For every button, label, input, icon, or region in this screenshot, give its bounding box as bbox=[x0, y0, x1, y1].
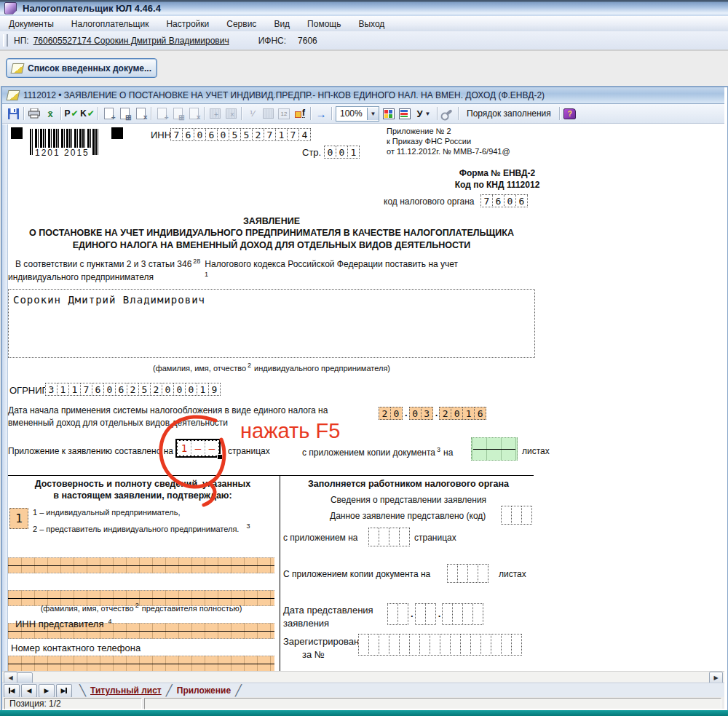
form-title-line1: ЗАЯВЛЕНИЕ bbox=[9, 216, 534, 226]
document-statusbar: Позиция: 1/2 bbox=[2, 697, 724, 709]
page-field[interactable]: 001 bbox=[325, 146, 360, 159]
go-next-icon[interactable]: → bbox=[313, 106, 329, 121]
intro-line1: В соответствии с пунктами 2 и 3 статьи 3… bbox=[15, 258, 458, 269]
tax-authority-field[interactable]: 7606 bbox=[481, 194, 528, 207]
prev-sheet-icon[interactable]: ◀ bbox=[21, 684, 37, 698]
copy-sheets-field[interactable] bbox=[471, 437, 518, 461]
sections-grid-icon[interactable] bbox=[381, 106, 397, 121]
next-sheet-icon[interactable]: ▶ bbox=[39, 684, 55, 698]
menu-documents[interactable]: Документы bbox=[0, 17, 63, 31]
submission-date-label1: Дата представления bbox=[283, 605, 373, 616]
registered-label2: за № bbox=[302, 649, 325, 660]
copy-doc-field[interactable] bbox=[448, 564, 488, 583]
tax-authority-label: код налогового органа bbox=[384, 196, 475, 207]
fill-order-button[interactable]: Порядок заполнения bbox=[461, 108, 557, 119]
submission-date-label2: заявления bbox=[283, 618, 329, 629]
sheets-label: листах bbox=[522, 446, 550, 456]
attached-pages-field[interactable] bbox=[369, 528, 410, 546]
ifns-value: 7606 bbox=[298, 36, 317, 46]
k-check-icon[interactable]: K✔ bbox=[79, 106, 95, 121]
official-subheader: Сведения о представлении заявления bbox=[283, 495, 534, 505]
form-title-line3: ЕДИНОГО НАЛОГА НА ВМЕНЕННЫЙ ДОХОД ДЛЯ ОТ… bbox=[9, 240, 534, 250]
start-date-field[interactable]: 20 . 03 . 2016 bbox=[379, 405, 486, 421]
form-area: 1201 2015 ИНН 760605527174 Стр. 001 Прил… bbox=[2, 124, 724, 671]
menu-help[interactable]: Помощь bbox=[298, 17, 349, 31]
table-divider bbox=[280, 475, 280, 671]
submission-date-field[interactable]: . . bbox=[388, 603, 483, 625]
signer-option2: 2 – представитель индивидуального предпр… bbox=[33, 522, 250, 533]
add-row-icon[interactable]: + bbox=[207, 106, 223, 121]
status-panel-empty bbox=[144, 698, 721, 709]
u-dropdown[interactable]: У▼ bbox=[413, 106, 435, 121]
first-sheet-icon[interactable]: ◀ bbox=[4, 684, 20, 698]
document-list-button[interactable]: Список введенных докуме... bbox=[6, 58, 157, 78]
ogrnip-field[interactable]: 311760625200019 bbox=[46, 383, 221, 396]
document-icon bbox=[7, 90, 20, 100]
representative-caption: (фамилия, имя, отчество2представителя по… bbox=[8, 602, 274, 613]
zoom-select[interactable]: 100% ▼ bbox=[336, 106, 379, 122]
menu-taxpayer[interactable]: Налогоплательщик bbox=[63, 17, 158, 31]
ogrnip-label: ОГРНИП bbox=[9, 385, 49, 396]
zoom-value: 100% bbox=[336, 108, 367, 119]
registration-mark bbox=[111, 127, 123, 139]
insert-sheet-icon[interactable]: ⊞ bbox=[116, 106, 132, 121]
np-label: НП: bbox=[14, 36, 29, 46]
inn-representative-label: ИНН представителя4 bbox=[15, 618, 111, 629]
horizontal-scrollbar[interactable]: ◀ ▶ bbox=[2, 671, 724, 683]
registered-label1: Зарегистрировано: bbox=[283, 636, 367, 647]
tab-title-sheet[interactable]: Титульный лист bbox=[87, 685, 165, 696]
menu-exit[interactable]: Выход bbox=[349, 17, 393, 31]
menu-settings[interactable]: Настройки bbox=[157, 17, 218, 31]
menu-service[interactable]: Сервис bbox=[218, 17, 265, 31]
entrepreneur-name-field[interactable]: Сорокин Дмитрий Владимирович bbox=[8, 289, 535, 358]
app-icon bbox=[4, 2, 17, 15]
representative-name-row[interactable] bbox=[8, 557, 274, 573]
pencil-icon bbox=[11, 63, 25, 73]
inn-field[interactable]: 760605527174 bbox=[171, 128, 311, 141]
toolbar-grip bbox=[3, 34, 8, 47]
document-window: 1112012 • ЗАЯВЛЕНИЕ О ПОСТАНОВКЕ НА УЧЕТ… bbox=[1, 86, 728, 713]
taxpayer-link[interactable]: 760605527174 Сорокин Дмитрий Владимирови… bbox=[33, 36, 229, 46]
representative-name-row[interactable] bbox=[8, 656, 274, 671]
save-icon[interactable] bbox=[5, 106, 21, 121]
excel-export-icon[interactable]: x̄ bbox=[42, 106, 58, 121]
annotation-text: нажать F5 bbox=[240, 419, 340, 443]
add-sheet-icon[interactable]: + bbox=[100, 106, 116, 121]
copy-doc-label2: листах bbox=[499, 569, 526, 579]
attached-pages-label1: с приложением на bbox=[283, 533, 357, 543]
app-titlebar: Налогоплательщик ЮЛ 4.46.4 bbox=[0, 0, 728, 16]
attached-pages-label2: страницах bbox=[414, 533, 456, 543]
inn-label: ИНН bbox=[151, 130, 171, 140]
delete-page-icon[interactable]: × bbox=[186, 106, 202, 121]
last-sheet-icon[interactable]: ▶ bbox=[56, 684, 72, 698]
table-icon[interactable] bbox=[260, 106, 276, 121]
copy-text: с приложением копии документа3на bbox=[302, 446, 453, 458]
tab-appendix[interactable]: Приложение bbox=[174, 685, 234, 696]
delete-sheet-icon[interactable]: × bbox=[132, 106, 149, 121]
help-book-icon[interactable]: ? bbox=[562, 106, 578, 121]
vertical-scrollbar[interactable] bbox=[2, 124, 8, 671]
field-format-icon[interactable]: f bbox=[292, 106, 308, 121]
zoom-dropdown-icon[interactable]: ▼ bbox=[367, 108, 379, 120]
calendar-icon[interactable]: 12 bbox=[276, 106, 292, 121]
entrepreneur-name: Сорокин Дмитрий Владимирович bbox=[9, 290, 534, 306]
recalc-icon[interactable]: ⅟ bbox=[244, 106, 260, 121]
table-top-border bbox=[8, 475, 534, 476]
document-list-button-label: Список введенных докуме... bbox=[28, 63, 151, 73]
barcode-number: 1201 2015 bbox=[33, 148, 92, 158]
p-check-icon[interactable]: P✔ bbox=[63, 106, 79, 121]
signer-code-field[interactable]: 1 bbox=[9, 508, 28, 529]
intro-line2: индивидуального предпринимателя1 bbox=[8, 271, 208, 282]
app-title: Налогоплательщик ЮЛ 4.46.4 bbox=[23, 3, 161, 14]
tools-wrench-icon[interactable] bbox=[440, 106, 456, 121]
submitted-code-field[interactable] bbox=[502, 506, 532, 525]
registration-mark bbox=[11, 127, 23, 139]
copy-page-icon[interactable]: ⊞ bbox=[170, 106, 186, 121]
add-page-icon[interactable]: + bbox=[154, 106, 170, 121]
print-icon[interactable] bbox=[26, 106, 42, 121]
document-title: 1112012 • ЗАЯВЛЕНИЕ О ПОСТАНОВКЕ НА УЧЕТ… bbox=[23, 90, 545, 100]
sections-list-icon[interactable] bbox=[397, 106, 413, 121]
delete-row-icon[interactable]: × bbox=[223, 106, 239, 121]
registered-number-field[interactable] bbox=[359, 634, 522, 656]
menu-view[interactable]: Вид bbox=[265, 17, 298, 31]
